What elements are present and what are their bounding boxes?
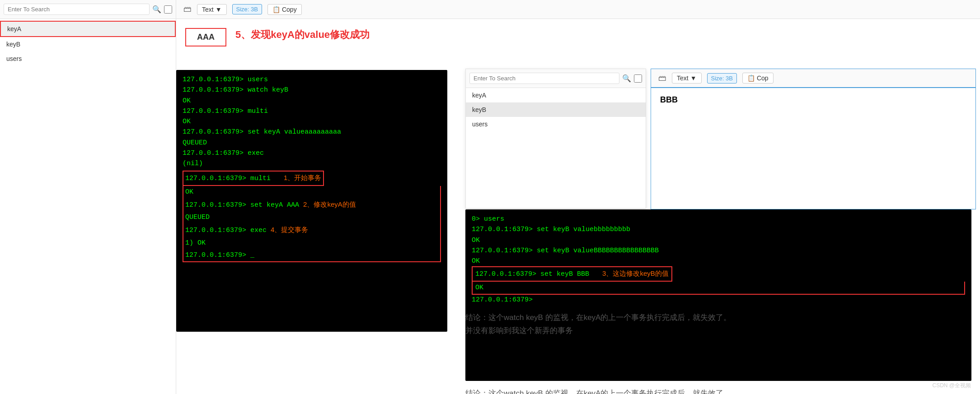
- second-type-label: Text: [677, 74, 689, 82]
- search-icon[interactable]: 🔍: [152, 5, 161, 14]
- value-display: AAA 5、发现keyA的value修改成功: [185, 28, 971, 46]
- page-title: 5、发现keyA的value修改成功: [235, 28, 370, 42]
- second-search-input[interactable]: [469, 73, 619, 84]
- chevron-down-icon: ▼: [216, 6, 222, 13]
- left-panel: 🔍 keyA keyB users: [0, 0, 176, 394]
- second-database-icon: 🗃: [658, 74, 666, 83]
- conclusion-block: 结论：这个watch keyB 的监视，在keyA的上一个事务执行完成后，就失效…: [465, 311, 962, 338]
- terminal-line: 127.0.0.1:6379> watch keyB: [183, 85, 441, 95]
- terminal-line: 127.0.0.1:6379> set keyB BBB 3、这边修改keyB的…: [472, 266, 672, 281]
- copy-button[interactable]: 📋 Copy: [267, 4, 302, 15]
- second-chevron-down-icon: ▼: [690, 74, 697, 82]
- second-key-list: keyA keyB users: [466, 88, 646, 131]
- second-type-select[interactable]: Text ▼: [672, 73, 702, 83]
- value-box: AAA: [185, 28, 226, 46]
- list-item[interactable]: keyA: [0, 21, 176, 37]
- second-size-badge: Size: 3B: [707, 73, 737, 83]
- terminal-line: 127.0.0.1:6379> exec: [183, 148, 441, 158]
- type-select[interactable]: Text ▼: [197, 4, 227, 15]
- size-badge: Size: 3B: [232, 4, 262, 14]
- terminal-line: 127.0.0.1:6379> _: [183, 249, 441, 262]
- terminal-line: OK: [472, 256, 965, 266]
- terminal-line: OK: [472, 282, 965, 295]
- checkbox-filter[interactable]: [164, 5, 172, 14]
- terminal-line: (nil): [183, 158, 441, 169]
- list-item[interactable]: users: [466, 117, 646, 131]
- second-search-bar: 🔍: [466, 69, 646, 88]
- terminal-line: 127.0.0.1:6379> users: [183, 74, 441, 85]
- list-item[interactable]: keyB: [466, 102, 646, 117]
- terminal-line: OK: [183, 186, 441, 198]
- search-input[interactable]: [4, 4, 150, 15]
- second-search-icon[interactable]: 🔍: [622, 74, 631, 83]
- second-copy-label: Cop: [757, 74, 769, 82]
- key-list: keyA keyB users: [0, 19, 176, 68]
- bbb-value-display: BBB: [651, 88, 976, 209]
- top-toolbar: 🗃 Text ▼ Size: 3B 📋 Copy: [176, 0, 980, 19]
- conclusion-text-1: 结论：这个watch keyB 的监视，在keyA的上一个事务执行完成后，就失效…: [465, 311, 962, 324]
- type-label: Text: [202, 6, 214, 13]
- terminal-left: 127.0.0.1:6379> users 127.0.0.1:6379> wa…: [176, 70, 447, 332]
- terminal-line: 1) OK: [183, 237, 441, 249]
- list-item[interactable]: users: [0, 51, 176, 66]
- terminal-line: QUEUED: [183, 138, 441, 148]
- terminal-line: 127.0.0.1:6379> exec 4、提交事务: [183, 223, 441, 236]
- terminal-line: 127.0.0.1:6379>: [472, 295, 965, 305]
- bbb-value: BBB: [660, 95, 678, 104]
- terminal-line: 127.0.0.1:6379> set keyB valueBBBBBBBBBB…: [472, 246, 965, 256]
- terminal-right: 0> users 127.0.0.1:6379> set keyB valueb…: [465, 209, 971, 381]
- second-copy-icon: 📋: [747, 74, 755, 82]
- left-search-bar: 🔍: [0, 0, 176, 19]
- second-toolbar: 🗃 Text ▼ Size: 3B 📋 Cop: [651, 69, 976, 88]
- list-item[interactable]: keyA: [466, 88, 646, 102]
- terminal-line: 127.0.0.1:6379> set keyB valuebbbbbbbbb: [472, 224, 965, 235]
- watermark: CSDN @全视频: [932, 382, 971, 389]
- list-item[interactable]: keyB: [0, 37, 176, 51]
- second-checkbox-filter[interactable]: [634, 74, 642, 83]
- terminal-line: OK: [183, 116, 441, 127]
- terminal-line: QUEUED: [183, 211, 441, 223]
- terminal-line: OK: [183, 96, 441, 106]
- conclusion-text-2: 并没有影响到我这个新弄的事务: [465, 324, 962, 338]
- copy-label: Copy: [282, 6, 297, 13]
- second-copy-button[interactable]: 📋 Cop: [742, 73, 774, 83]
- database-icon: 🗃: [183, 5, 192, 14]
- terminal-line: 127.0.0.1:6379> multi: [183, 106, 441, 116]
- terminal-line: 127.0.0.1:6379> set keyA AAA 2、修改keyA的值: [183, 198, 441, 211]
- terminal-line: 0> users: [472, 214, 965, 224]
- terminal-line: OK: [472, 235, 965, 246]
- conclusion: 结论：这个watch keyB 的监视，在keyA的上一个事务执行完成后，就失效…: [465, 387, 962, 394]
- second-search-panel: 🔍 keyA keyB users: [465, 69, 646, 209]
- terminal-line: 127.0.0.1:6379> set keyA valueaaaaaaaaa: [183, 127, 441, 137]
- terminal-line: 127.0.0.1:6379> multi 1、开始事务: [183, 171, 324, 185]
- copy-icon: 📋: [272, 6, 280, 13]
- conclusion-line1: 结论：这个watch keyB 的监视，在keyA的上一个事务执行完成后，就失效…: [465, 387, 962, 394]
